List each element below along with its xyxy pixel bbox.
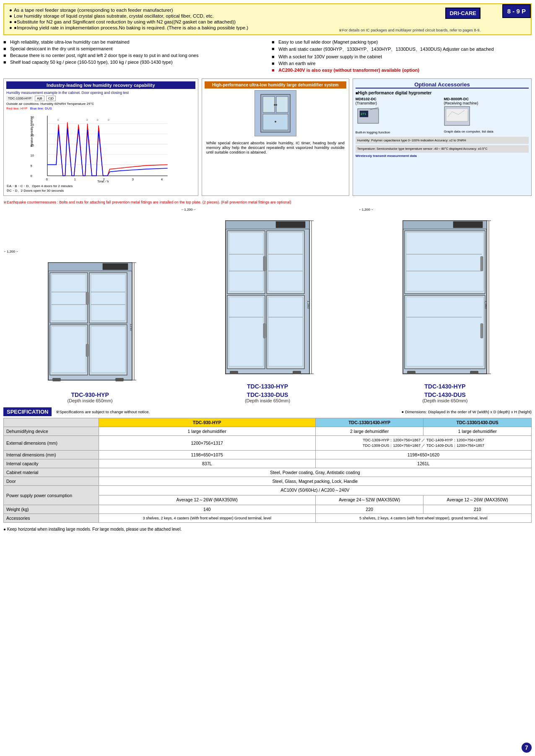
feature-right-5: AC200-240V is also easy (without transfo… (272, 68, 532, 73)
spec-th-label (4, 418, 99, 427)
svg-rect-91 (453, 222, 483, 228)
spec-930-dehumidifier: 1 large dehumidifier (99, 427, 315, 436)
spec-all-power-voltage: AC100V (50/60Hz) / AC200～240V (99, 486, 531, 495)
spec-930-capacity: 837L (99, 459, 315, 468)
graph-note-2: ②C・D、2 Doors open for 30 seconds (6, 188, 195, 193)
svg-rect-83 (230, 371, 238, 374)
svg-text:10: 10 (31, 154, 34, 157)
svg-text:3: 3 (132, 177, 134, 181)
product-1330-depth: (Depth inside 650mm) (181, 398, 354, 403)
svg-rect-75 (263, 256, 266, 271)
svg-text:271: 271 (361, 112, 366, 116)
product-1430-model2: TDC-1430-DUS (358, 391, 532, 398)
transmitter-icon: 271 (356, 105, 381, 128)
product-1330: ←1,200→ (181, 208, 354, 403)
svg-point-29 (274, 104, 275, 106)
spec-930-accessories: 3 shelves, 2 keys, 4 casters (With front… (99, 514, 315, 523)
spec-label-dehumidifier: Dehumidifying device (4, 427, 99, 436)
spec-930-internal: 1198×650×1075 (99, 451, 315, 459)
svg-text:1: 1 (74, 177, 76, 181)
svg-rect-101 (407, 371, 416, 374)
spec-all-door: Steel, Glass, Magnet packing, Lock, Hand… (99, 477, 531, 486)
svg-rect-26 (263, 96, 275, 112)
spec-1330-external-merged: TDC-1309-HYP：1200×756×1867 ／ TDC-1409-HY… (315, 436, 531, 451)
spec-row-internal: Internal dimensions (mm) 1198×650×1075 1… (4, 451, 532, 459)
temperature-spec: Temperature: Semiconductor type temperat… (356, 145, 529, 153)
transmitter-block: MD8102-DC (Transmitter) 271 Built-in log… (356, 97, 441, 134)
svg-rect-84 (293, 371, 301, 374)
middle-cabinet-image (255, 90, 296, 136)
middle-title: High-performance ultra-low humidity larg… (205, 81, 346, 89)
feature-left-3: Because there is no center post, right a… (3, 53, 263, 58)
spec-1330-capacity-merged: 1261L (315, 459, 531, 468)
graph-door-cd: C|D (46, 96, 56, 101)
spec-1330dus-weight: 210 (423, 505, 532, 514)
top-banner: As a tape reel feeder storage (correspon… (3, 3, 532, 35)
feature-left-2: Special desiccant in the dry unit is sem… (3, 46, 263, 51)
receiver-block: MD-8000R-DC (Receiving machine) Graph da… (444, 97, 529, 134)
spec-label-door: Door (4, 477, 99, 486)
logging-label: Built-in logging function (356, 130, 441, 134)
spec-th-930: TDC-930-HYP (99, 418, 315, 427)
feature-right-3: With a socket for 100V power supply in t… (272, 54, 532, 59)
spec-1330-internal-merged: 1198×650×1620 (315, 451, 531, 459)
spec-1330-accessories-merged: 5 shelves, 2 keys, 4 casters (with front… (315, 514, 531, 523)
spec-row-dehumidifier: Dehumidifying device 1 large dehumidifie… (4, 427, 532, 436)
graph-title: Industry-leading low humidity recovery c… (6, 81, 195, 89)
feature-left-4: Shelf load capacity 50 kg / piece (160-5… (3, 60, 263, 65)
product-930: ←1,200→ (3, 250, 177, 403)
products-row: ←1,200→ (3, 208, 532, 403)
spec-label-power: Power supply power consumption (4, 486, 99, 505)
spec-row-power-header: Power supply power consumption AC100V (5… (4, 486, 532, 495)
spec-label-accessories: Accessories (4, 514, 99, 523)
cabinet-1430-svg: 1,260 (399, 212, 491, 380)
svg-rect-95 (406, 297, 483, 366)
receiver-icon (444, 105, 473, 128)
svg-text:②: ② (107, 118, 109, 121)
spec-row-capacity: Internal capacity 837L 1261L (4, 459, 532, 468)
transmitter-label: (Transmitter) (356, 101, 441, 105)
svg-rect-27 (276, 96, 288, 112)
spec-1330dus-dehumidifier: 1 large dehumidifier (423, 427, 532, 436)
diagrams-row: Industry-leading low humidity recovery c… (3, 78, 532, 196)
svg-rect-93 (406, 232, 483, 291)
graph-model: TDC-1330-HYP (6, 96, 33, 101)
svg-text:0: 0 (46, 177, 48, 181)
graph-data-label: Graph data on computer, list data (444, 130, 529, 133)
features-right: Easy to use full wide door (Magnet packi… (272, 39, 532, 74)
spec-930-weight: 140 (99, 505, 315, 514)
banner-item-3: ●Substitute for N2 gas and Significant c… (9, 19, 526, 24)
graph-conditions: Outside air conditions: Humidity 60%RH T… (6, 102, 195, 106)
spec-1330hyp-power: Average 24～52W (MAX350W) (315, 495, 423, 505)
product-930-model: TDC-930-HYP (3, 391, 177, 398)
features-left: High reliability, stable ultra-low humid… (3, 39, 263, 74)
svg-text:Relative humidity／%RH: Relative humidity／%RH (30, 117, 34, 147)
spec-label-weight: Weight (kg) (4, 505, 99, 514)
features-section: High reliability, stable ultra-low humid… (3, 39, 532, 74)
graph-svg: 0 5 10 15 20 25 30 Relative humidity／%RH… (6, 111, 195, 182)
spec-1330hyp-dehumidifier: 2 large dehumidifier (315, 427, 423, 436)
svg-text:1,260: 1,260 (484, 300, 488, 309)
cabinet-930-svg: 1210 (44, 254, 136, 388)
spec-1330dus-power: Average 12～26W (MAX350W) (423, 495, 532, 505)
optional-title: Optional Accessories (356, 81, 529, 89)
middle-box: High-performance ultra-low humidity larg… (202, 78, 349, 196)
spec-row-accessories: Accessories 3 shelves, 2 keys, 4 casters… (4, 514, 532, 523)
transmitter-model: MD8102-DC (356, 97, 441, 101)
svg-rect-53 (86, 344, 88, 357)
svg-text:①: ① (57, 118, 59, 121)
optional-subtitle: ■High performance digital hygrometer (356, 91, 529, 95)
svg-rect-58 (52, 378, 61, 381)
spec-row-door: Door Steel, Glass, Magnet packing, Lock,… (4, 477, 532, 486)
spec-header-row: SPECIFICATION ※Specifications are subjec… (3, 407, 532, 416)
spec-label-capacity: Internal capacity (4, 459, 99, 468)
middle-content: While special desiccant absorbs inside h… (205, 139, 346, 156)
svg-rect-74 (268, 297, 303, 366)
svg-text:Time／h: Time／h (97, 180, 109, 182)
svg-rect-76 (263, 323, 266, 338)
svg-rect-69 (229, 232, 263, 291)
spec-label-external: External dimensions (mm) (4, 436, 99, 451)
spec-th-1330dus: TDC-1330/1430-DUS (423, 418, 532, 427)
spec-row-weight: Weight (kg) 140 220 210 (4, 505, 532, 514)
svg-rect-59 (115, 378, 124, 381)
